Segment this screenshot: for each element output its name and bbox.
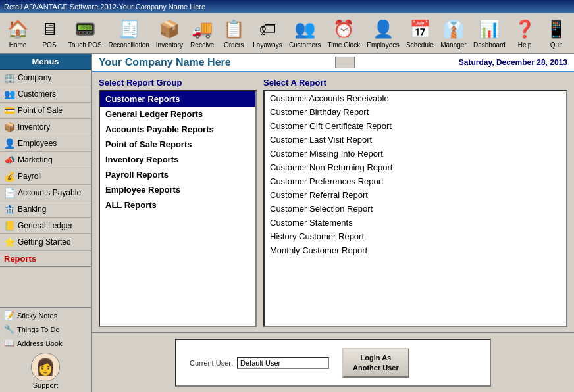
report-list-item[interactable]: History Customer Report (265, 230, 566, 243)
current-user-input[interactable] (237, 357, 329, 369)
employees-toolbar-button[interactable]: 👤 Employees (364, 16, 402, 50)
sidebar-bottom-address-book[interactable]: 📖 Address Book (0, 336, 91, 350)
dashboard-button-label: Dashboard (473, 41, 506, 49)
customers-toolbar-button[interactable]: 👥 Customers (286, 16, 324, 50)
home-button-label: Home (9, 41, 27, 49)
bottom-panel: Current User: Login As Another User (175, 339, 491, 387)
report-list-item[interactable]: Customer Preferences Report (265, 174, 566, 188)
sidebar-item-customers[interactable]: 👥 Customers (0, 86, 91, 103)
toolbar: 🏠 Home 🖥 POS 📟 Touch POS 🧾 Reconciliatio… (0, 13, 574, 54)
layaways-button[interactable]: 🏷 Layaways (250, 16, 285, 50)
pos-button[interactable]: 🖥 POS (34, 16, 65, 50)
report-group-item[interactable]: Customer Reports (100, 91, 255, 107)
sidebar-item-marketing[interactable]: 📣 Marketing (0, 152, 91, 168)
sidebar-item-company[interactable]: 🏢 Company (0, 70, 91, 86)
report-list-item[interactable]: Customer Missing Info Report (265, 147, 566, 160)
report-group-item[interactable]: ALL Reports (100, 197, 255, 212)
report-list-item[interactable]: Customer Statements (265, 216, 566, 230)
sidebar-bottom-things-to-do[interactable]: 🔧 Things To Do (0, 322, 91, 336)
orders-button[interactable]: 📋 Orders (219, 16, 249, 50)
sidebar-item-point-of-sale[interactable]: 💳 Point of Sale (0, 103, 91, 119)
support-area[interactable]: 👩 Support (0, 350, 91, 392)
schedule-button-icon: 📅 (408, 18, 432, 41)
report-group-item[interactable]: Accounts Payable Reports (100, 122, 255, 137)
getting-started-sidebar-label: Getting Started (18, 237, 71, 247)
report-group-item[interactable]: Employee Reports (100, 182, 255, 197)
receive-button[interactable]: 🚚 Receive (187, 16, 217, 50)
report-list[interactable]: Customer Accounts ReceivableCustomer Bir… (263, 90, 567, 327)
touch-pos-button-label: Touch POS (68, 41, 102, 49)
report-group-list[interactable]: Customer ReportsGeneral Ledger ReportsAc… (99, 90, 257, 327)
report-list-item[interactable]: Customer Non Returning Report (265, 160, 566, 174)
sidebar-item-accounts-payable[interactable]: 📄 Accounts Payable (0, 185, 91, 201)
banking-sidebar-icon: 🏦 (4, 204, 15, 214)
current-user-label: Current User: (190, 359, 233, 367)
touch-pos-button[interactable]: 📟 Touch POS (66, 16, 105, 50)
report-items-container: Customer Accounts ReceivableCustomer Bir… (265, 91, 566, 257)
sidebar-item-inventory[interactable]: 📦 Inventory (0, 119, 91, 135)
sidebar-bottom-sticky-notes[interactable]: 📝 Sticky Notes (0, 308, 91, 322)
sticky-notes-label: Sticky Notes (17, 312, 57, 320)
sidebar-item-general-ledger[interactable]: 📒 General Ledger (0, 218, 91, 234)
pos-button-label: POS (42, 41, 56, 49)
accounts-payable-sidebar-label: Accounts Payable (18, 188, 81, 197)
manager-button-icon: 👔 (442, 18, 465, 41)
payroll-sidebar-icon: 💰 (4, 171, 15, 182)
inventory-toolbar-button[interactable]: 📦 Inventory (153, 16, 186, 50)
company-sidebar-icon: 🏢 (4, 72, 15, 83)
general-ledger-sidebar-label: General Ledger (18, 221, 72, 230)
address-book-icon: 📖 (4, 338, 14, 348)
login-as-another-user-button[interactable]: Login As Another User (342, 348, 409, 378)
customers-sidebar-icon: 👥 (4, 89, 15, 99)
report-col-header: Select A Report (263, 78, 567, 87)
report-group-item[interactable]: General Ledger Reports (100, 107, 255, 122)
schedule-button[interactable]: 📅 Schedule (404, 16, 436, 50)
main-layout: Menus 🏢 Company 👥 Customers 💳 Point of S… (0, 54, 574, 392)
report-list-item[interactable]: Monthly Customer Report (265, 243, 566, 257)
employees-toolbar-button-icon: 👤 (371, 18, 395, 41)
dashboard-button[interactable]: 📊 Dashboard (471, 16, 508, 50)
report-list-item[interactable]: Customer Birthday Report (265, 105, 566, 119)
help-button[interactable]: ❓ Help (509, 16, 540, 50)
sidebar-item-getting-started[interactable]: ⭐ Getting Started (0, 234, 91, 251)
report-groups-container: Customer ReportsGeneral Ledger ReportsAc… (100, 91, 255, 212)
home-button-icon: 🏠 (6, 18, 30, 41)
time-clock-button[interactable]: ⏰ Time Clock (325, 16, 363, 50)
employees-sidebar-icon: 👤 (4, 138, 15, 149)
report-list-item[interactable]: Customer Last Visit Report (265, 133, 566, 147)
accounts-payable-sidebar-icon: 📄 (4, 187, 15, 198)
report-group-item[interactable]: Payroll Reports (100, 167, 255, 182)
home-button[interactable]: 🏠 Home (3, 16, 33, 50)
report-list-item[interactable]: Customer Gift Certificate Report (265, 119, 566, 133)
report-group-item[interactable]: Inventory Reports (100, 152, 255, 167)
manager-button[interactable]: 👔 Manager (438, 16, 469, 50)
help-button-label: Help (518, 41, 532, 49)
sidebar-items: 🏢 Company 👥 Customers 💳 Point of Sale 📦 … (0, 70, 91, 251)
sidebar-item-payroll[interactable]: 💰 Payroll (0, 168, 91, 185)
customers-toolbar-button-icon: 👥 (293, 18, 317, 41)
report-list-item[interactable]: Customer Accounts Receivable (265, 91, 566, 105)
reconciliation-button[interactable]: 🧾 Reconciliation (106, 16, 152, 50)
report-list-col: Select A Report Customer Accounts Receiv… (263, 78, 567, 327)
receive-button-icon: 🚚 (190, 18, 214, 41)
report-list-item[interactable]: Customer Selection Report (265, 202, 566, 216)
pos-button-icon: 🖥 (38, 18, 61, 41)
company-header: Your Company Name Here Saturday, Decembe… (92, 54, 574, 72)
sidebar-item-banking[interactable]: 🏦 Banking (0, 201, 91, 218)
report-columns: Select Report Group Customer ReportsGene… (99, 78, 567, 327)
quit-button[interactable]: 📱 Quit (541, 16, 571, 50)
things-to-do-icon: 🔧 (4, 324, 14, 334)
customers-toolbar-button-label: Customers (289, 41, 321, 49)
things-to-do-label: Things To Do (17, 326, 60, 333)
time-clock-button-icon: ⏰ (332, 18, 355, 41)
reports-label[interactable]: Reports (0, 251, 91, 267)
company-name: Your Company Name Here (99, 57, 231, 68)
report-list-item[interactable]: Customer Referral Report (265, 188, 566, 202)
sidebar-item-employees[interactable]: 👤 Employees (0, 135, 91, 152)
address-book-label: Address Book (17, 339, 62, 347)
sidebar-bottom: 📝 Sticky Notes 🔧 Things To Do 📖 Address … (0, 307, 91, 392)
report-group-item[interactable]: Point of Sale Reports (100, 137, 255, 152)
support-label: Support (33, 381, 59, 389)
reconciliation-button-icon: 🧾 (117, 18, 141, 41)
getting-started-sidebar-icon: ⭐ (4, 237, 15, 247)
